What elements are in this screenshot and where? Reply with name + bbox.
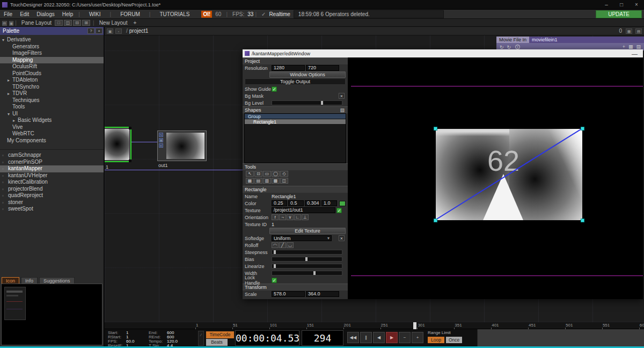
- slider-knob[interactable]: [321, 101, 323, 105]
- palette-component-item[interactable]: projectorBlend: [0, 186, 104, 193]
- tool-button[interactable]: ◯: [272, 171, 280, 177]
- menu-item[interactable]: File: [0, 11, 16, 17]
- wiki-link[interactable]: WIKI: [82, 11, 108, 17]
- close-button[interactable]: ×: [629, 0, 644, 9]
- palette-tree-item[interactable]: Tools: [0, 104, 104, 111]
- dialog-minimize-button[interactable]: —: [632, 50, 638, 57]
- shape-list-item[interactable]: Rectangle1: [245, 119, 346, 125]
- tool-button[interactable]: ▥: [263, 178, 271, 184]
- palette-tree-item[interactable]: ImageFilters: [0, 50, 104, 57]
- bias-slider[interactable]: [272, 257, 342, 262]
- layout-preset-button[interactable]: ⊞: [82, 20, 90, 26]
- movie-operator-name[interactable]: moviefilein1: [529, 37, 644, 43]
- pathbar-icon[interactable]: ▫: [115, 28, 122, 34]
- transport-button[interactable]: +: [412, 332, 423, 343]
- tree-arrow-icon[interactable]: [8, 111, 12, 118]
- update-button[interactable]: UPDATE: [596, 10, 642, 18]
- operator-node-out1[interactable]: ∿▦≡: [157, 130, 207, 161]
- color-value-field[interactable]: 0.25: [272, 200, 287, 206]
- add-layout-button[interactable]: +: [130, 20, 139, 26]
- menu-item[interactable]: Help: [58, 11, 77, 17]
- color-value-field[interactable]: 0.5: [288, 200, 304, 206]
- pane-control-icon[interactable]: +: [623, 44, 625, 49]
- palette-tree-item[interactable]: TDSynchro: [0, 84, 104, 91]
- width-slider[interactable]: [272, 271, 342, 276]
- palette-component-item[interactable]: stoner: [0, 199, 104, 206]
- edit-shapes-icon[interactable]: ▨: [340, 107, 345, 113]
- tool-button[interactable]: ▤: [254, 178, 262, 184]
- palette-tree-item[interactable]: UI: [0, 111, 104, 118]
- palette-tree-item[interactable]: TDAbleton: [0, 77, 104, 84]
- node-connectors[interactable]: ∿▦≡: [158, 131, 165, 161]
- palette-tree-item[interactable]: My Components: [0, 137, 104, 144]
- transport-button[interactable]: ▶: [386, 332, 398, 343]
- slider-knob[interactable]: [274, 250, 276, 254]
- dialog-titlebar[interactable]: /kantanMapper/editWindow —: [243, 49, 643, 57]
- forum-link[interactable]: FORUM: [113, 11, 148, 17]
- tool-button[interactable]: ▭: [263, 171, 271, 177]
- section-project[interactable]: Project: [243, 57, 348, 64]
- tool-button[interactable]: ⊡: [254, 171, 262, 177]
- texture-id-field[interactable]: 1: [272, 222, 274, 227]
- tool-button[interactable]: ◇: [280, 171, 288, 177]
- tree-arrow-icon[interactable]: [8, 77, 12, 84]
- scale-x-field[interactable]: 578.0: [272, 291, 305, 297]
- slider-knob[interactable]: [305, 257, 308, 261]
- field-value[interactable]: 600: [167, 335, 174, 339]
- transport-button[interactable]: ∥: [360, 332, 372, 343]
- layout-preset-button[interactable]: □: [55, 20, 63, 26]
- menu-item[interactable]: Dialogs: [33, 11, 58, 17]
- resolution-height-field[interactable]: 720: [306, 65, 339, 71]
- oi-badge[interactable]: OI!: [201, 11, 212, 18]
- shape-name-field[interactable]: Rectangle1: [272, 194, 296, 199]
- current-frame-marker[interactable]: [413, 322, 416, 329]
- orientation-button[interactable]: f: [272, 214, 279, 220]
- pane-control-icon[interactable]: ▦: [628, 44, 633, 49]
- texture-enable-checkbox[interactable]: ✓: [336, 208, 342, 213]
- rolloff-curve-button[interactable]: ◠: [272, 242, 279, 248]
- steepness-slider[interactable]: [272, 250, 342, 255]
- info-icon[interactable]: i: [515, 45, 520, 49]
- palette-tree-item[interactable]: WebRTC: [0, 130, 104, 137]
- rolloff-curve-button[interactable]: ╱: [279, 242, 286, 248]
- corner-handle-bottom-right[interactable]: [581, 219, 584, 222]
- operator-node-selected[interactable]: [101, 127, 131, 162]
- palette-component-item[interactable]: kinectCalibration: [0, 179, 104, 186]
- minimize-button[interactable]: –: [599, 0, 614, 9]
- rolloff-curve-button[interactable]: ◡: [287, 242, 294, 248]
- layout-preset-button[interactable]: ⊟: [73, 20, 81, 26]
- frame-display[interactable]: 294: [302, 330, 343, 346]
- resolution-width-field[interactable]: 1280: [272, 65, 305, 71]
- palette-tree-item[interactable]: OculusRift: [0, 63, 104, 70]
- bg-level-slider[interactable]: [272, 100, 342, 105]
- pathbar-right-icon[interactable]: ▦: [626, 28, 632, 34]
- lock-handle-checkbox[interactable]: ✓: [272, 278, 277, 283]
- pane-control-icon[interactable]: ▤: [636, 44, 641, 49]
- palette-tree-item[interactable]: Mapping: [0, 57, 104, 64]
- palette-tree-item[interactable]: Derivative: [0, 37, 104, 44]
- field-value[interactable]: 120.0: [167, 339, 178, 343]
- palette-component-item[interactable]: kantanMapper: [0, 165, 104, 172]
- palette-tree-item[interactable]: TDVR: [0, 90, 104, 97]
- field-value[interactable]: 1: [126, 335, 128, 339]
- palette-component-item[interactable]: cornerPinSOP: [0, 159, 104, 166]
- timeline-options-button[interactable]: ∕: [198, 331, 204, 346]
- refresh-icon[interactable]: ↻: [500, 45, 504, 50]
- palette-component-item[interactable]: kantanUVHelper: [0, 172, 104, 179]
- orientation-button[interactable]: ∨: [287, 214, 294, 220]
- mapping-canvas[interactable]: 62: [348, 57, 643, 299]
- new-layout-label[interactable]: New Layout: [96, 20, 131, 26]
- palette-component-item[interactable]: sweetSpot: [0, 206, 104, 213]
- tutorials-link[interactable]: TUTORIALS: [152, 11, 197, 17]
- corner-handle-bottom-left[interactable]: [434, 219, 437, 222]
- tree-arrow-icon[interactable]: [8, 91, 12, 98]
- refresh-icon[interactable]: ↻: [507, 45, 511, 50]
- corner-handle-top-right[interactable]: [581, 127, 584, 130]
- realtime-label[interactable]: Realtime: [269, 11, 290, 17]
- palette-tree-item[interactable]: Generators: [0, 44, 104, 50]
- tree-arrow-icon[interactable]: [2, 37, 7, 44]
- orientation-button[interactable]: ⊥: [302, 214, 309, 220]
- tool-button[interactable]: ◫: [280, 178, 288, 184]
- show-guide-checkbox[interactable]: ✓: [272, 86, 277, 92]
- softedge-clear-button[interactable]: ×: [339, 235, 345, 241]
